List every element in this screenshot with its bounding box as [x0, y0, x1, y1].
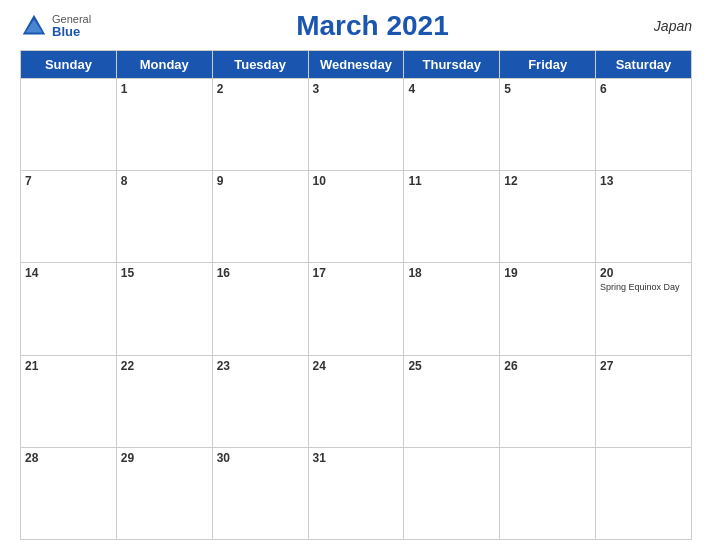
- calendar-cell: 2: [212, 79, 308, 171]
- calendar-cell: 20Spring Equinox Day: [596, 263, 692, 355]
- day-number: 16: [217, 266, 304, 280]
- calendar-cell: [500, 447, 596, 539]
- calendar-cell: 3: [308, 79, 404, 171]
- day-number: 11: [408, 174, 495, 188]
- calendar-cell: 10: [308, 171, 404, 263]
- calendar-cell: 27: [596, 355, 692, 447]
- day-number: 5: [504, 82, 591, 96]
- day-number: 12: [504, 174, 591, 188]
- day-number: 30: [217, 451, 304, 465]
- day-number: 19: [504, 266, 591, 280]
- calendar-table: Sunday Monday Tuesday Wednesday Thursday…: [20, 50, 692, 540]
- calendar-cell: 26: [500, 355, 596, 447]
- day-number: 4: [408, 82, 495, 96]
- day-number: 3: [313, 82, 400, 96]
- calendar-cell: 12: [500, 171, 596, 263]
- day-number: 27: [600, 359, 687, 373]
- day-number: 22: [121, 359, 208, 373]
- header-saturday: Saturday: [596, 51, 692, 79]
- day-number: 9: [217, 174, 304, 188]
- calendar-title: March 2021: [296, 10, 449, 42]
- calendar-cell: 30: [212, 447, 308, 539]
- day-number: 14: [25, 266, 112, 280]
- calendar-cell: 22: [116, 355, 212, 447]
- day-number: 26: [504, 359, 591, 373]
- calendar-cell: 1: [116, 79, 212, 171]
- logo: General Blue: [20, 12, 91, 40]
- calendar-week-row: 123456: [21, 79, 692, 171]
- logo-icon: [20, 12, 48, 40]
- calendar-cell: [596, 447, 692, 539]
- country-label: Japan: [654, 18, 692, 34]
- header-tuesday: Tuesday: [212, 51, 308, 79]
- day-number: 25: [408, 359, 495, 373]
- calendar-cell: 14: [21, 263, 117, 355]
- calendar-cell: 25: [404, 355, 500, 447]
- day-number: 13: [600, 174, 687, 188]
- day-number: 29: [121, 451, 208, 465]
- day-number: 10: [313, 174, 400, 188]
- calendar-cell: 28: [21, 447, 117, 539]
- calendar-cell: [21, 79, 117, 171]
- day-number: 18: [408, 266, 495, 280]
- calendar-cell: 21: [21, 355, 117, 447]
- holiday-label: Spring Equinox Day: [600, 282, 687, 293]
- calendar-cell: [404, 447, 500, 539]
- day-number: 28: [25, 451, 112, 465]
- calendar-cell: 16: [212, 263, 308, 355]
- calendar-cell: 15: [116, 263, 212, 355]
- day-number: 24: [313, 359, 400, 373]
- header-monday: Monday: [116, 51, 212, 79]
- calendar-cell: 7: [21, 171, 117, 263]
- day-number: 21: [25, 359, 112, 373]
- day-number: 2: [217, 82, 304, 96]
- calendar-cell: 4: [404, 79, 500, 171]
- calendar-cell: 23: [212, 355, 308, 447]
- header-sunday: Sunday: [21, 51, 117, 79]
- weekday-header-row: Sunday Monday Tuesday Wednesday Thursday…: [21, 51, 692, 79]
- logo-blue-text: Blue: [52, 25, 91, 38]
- calendar-week-row: 21222324252627: [21, 355, 692, 447]
- calendar-cell: 31: [308, 447, 404, 539]
- header-wednesday: Wednesday: [308, 51, 404, 79]
- day-number: 15: [121, 266, 208, 280]
- day-number: 23: [217, 359, 304, 373]
- header-thursday: Thursday: [404, 51, 500, 79]
- calendar-cell: 29: [116, 447, 212, 539]
- day-number: 6: [600, 82, 687, 96]
- logo-text: General Blue: [52, 14, 91, 38]
- day-number: 1: [121, 82, 208, 96]
- calendar-cell: 19: [500, 263, 596, 355]
- calendar-cell: 17: [308, 263, 404, 355]
- calendar-cell: 6: [596, 79, 692, 171]
- calendar-week-row: 14151617181920Spring Equinox Day: [21, 263, 692, 355]
- day-number: 8: [121, 174, 208, 188]
- day-number: 31: [313, 451, 400, 465]
- calendar-cell: 11: [404, 171, 500, 263]
- calendar-cell: 8: [116, 171, 212, 263]
- calendar-cell: 5: [500, 79, 596, 171]
- calendar-cell: 24: [308, 355, 404, 447]
- calendar-cell: 13: [596, 171, 692, 263]
- day-number: 7: [25, 174, 112, 188]
- page-header: General Blue March 2021 Japan: [20, 10, 692, 42]
- day-number: 20: [600, 266, 687, 280]
- header-friday: Friday: [500, 51, 596, 79]
- calendar-cell: 9: [212, 171, 308, 263]
- calendar-cell: 18: [404, 263, 500, 355]
- calendar-week-row: 28293031: [21, 447, 692, 539]
- calendar-week-row: 78910111213: [21, 171, 692, 263]
- day-number: 17: [313, 266, 400, 280]
